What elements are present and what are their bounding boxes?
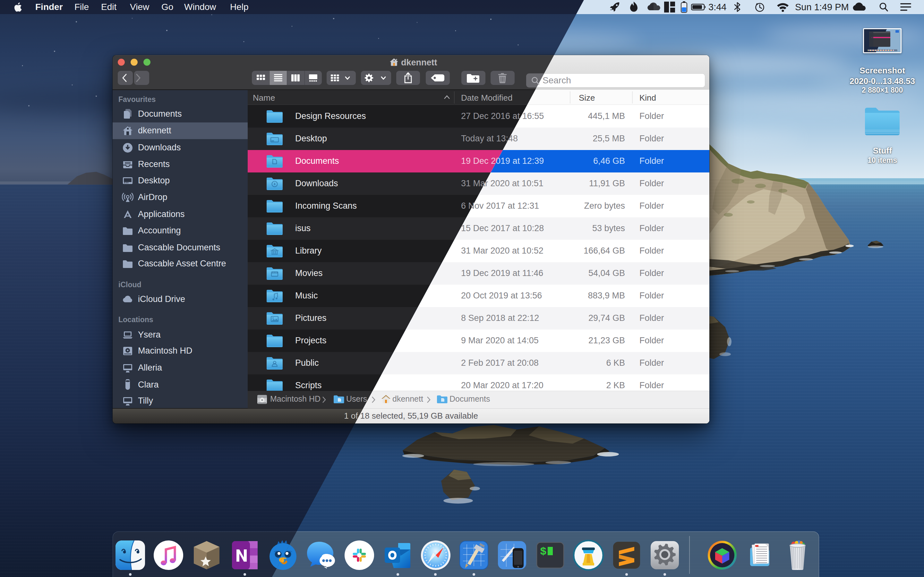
svg-text:$: $ — [540, 546, 546, 558]
